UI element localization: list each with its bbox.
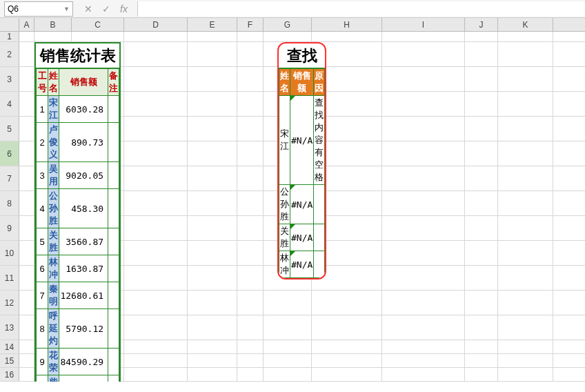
cell[interactable] [382,191,465,215]
table-row[interactable]: 7秦明12680.61 [37,282,119,309]
cell[interactable] [382,32,465,41]
cell[interactable] [188,67,237,91]
select-all-corner[interactable] [0,18,19,31]
cell[interactable] [19,191,34,215]
cell-lookup-reason[interactable] [314,185,325,224]
cell[interactable] [188,216,237,240]
row-header[interactable]: 6 [0,141,19,166]
cell[interactable] [19,241,34,265]
cell-id[interactable]: 10 [37,375,48,382]
cell-sales[interactable]: 84590.29 [59,349,108,375]
cell[interactable] [124,291,188,315]
cell[interactable] [465,241,498,265]
cell[interactable] [382,67,465,91]
cell[interactable] [465,315,498,340]
row-header[interactable]: 11 [0,266,19,290]
cell[interactable] [498,315,553,340]
cancel-icon[interactable]: ✕ [84,3,92,14]
cell[interactable] [19,266,34,290]
cell[interactable] [382,266,465,290]
cell[interactable] [19,32,34,41]
cell-lookup-sales[interactable]: #N/A [290,185,314,224]
cell[interactable] [124,117,188,141]
table-row[interactable]: 2卢俊义890.73 [37,123,119,162]
cell-lookup-name[interactable]: 关胜 [279,224,290,251]
cell-name[interactable]: 公孙胜 [48,189,59,228]
cell[interactable] [498,191,553,215]
cell[interactable] [188,32,237,41]
cell[interactable] [19,141,34,166]
cell[interactable] [237,67,264,91]
fx-icon[interactable]: fx [120,3,128,14]
cell[interactable] [237,191,264,215]
cell[interactable] [465,92,498,116]
cell-lookup-name[interactable]: 宋江 [279,96,290,185]
cell[interactable] [498,368,553,381]
cell-name[interactable]: 关胜 [48,228,59,255]
cell[interactable] [382,42,465,66]
cell-id[interactable]: 4 [37,189,48,228]
cell[interactable] [124,241,188,265]
cell[interactable] [382,354,465,367]
cell-name[interactable]: 花荣 [48,349,59,375]
cell[interactable] [237,32,264,41]
row-header[interactable]: 14 [0,340,19,353]
cell[interactable] [124,340,188,353]
cell[interactable] [237,241,264,265]
cell[interactable] [465,291,498,315]
cell[interactable] [124,266,188,290]
row-header[interactable]: 4 [0,92,19,116]
table-row[interactable]: 6林冲1630.87 [37,255,119,282]
cell-remark[interactable] [108,162,119,189]
cell[interactable] [188,266,237,290]
cell[interactable] [465,354,498,367]
cell[interactable] [264,291,312,315]
cell[interactable] [465,141,498,166]
cell[interactable] [498,141,553,166]
cell[interactable] [312,291,382,315]
cell[interactable] [465,117,498,141]
cell[interactable] [498,241,553,265]
cell-id[interactable]: 6 [37,255,48,282]
cell-sales[interactable]: 6030.28 [59,96,108,123]
formula-input[interactable] [137,1,585,17]
col-header[interactable]: G [264,18,312,31]
cell[interactable] [465,191,498,215]
cell[interactable] [237,354,264,367]
row-header[interactable]: 13 [0,315,19,340]
name-box[interactable]: Q6 ▼ [4,1,73,17]
cell-name[interactable]: 宋江 [48,96,59,123]
cell[interactable] [124,67,188,91]
cell[interactable] [124,216,188,240]
row-header[interactable]: 3 [0,67,19,91]
chevron-down-icon[interactable]: ▼ [63,6,70,12]
cell-remark[interactable] [108,309,119,349]
cell[interactable] [465,340,498,353]
row-header[interactable]: 12 [0,291,19,315]
cell-remark[interactable] [108,228,119,255]
cell[interactable] [498,266,553,290]
row-header[interactable]: 9 [0,216,19,240]
grid-row[interactable]: 1 [0,32,585,42]
cell[interactable] [188,340,237,353]
cell-id[interactable]: 9 [37,349,48,375]
cell[interactable] [188,141,237,166]
cell-sales[interactable]: 12680.61 [59,282,108,309]
cell[interactable] [188,241,237,265]
th-name[interactable]: 姓名 [48,69,59,96]
cell[interactable] [188,315,237,340]
cell[interactable] [237,141,264,166]
cell-lookup-name[interactable]: 林冲 [279,251,290,278]
cell-remark[interactable] [108,255,119,282]
cell[interactable] [264,368,312,381]
cell-remark[interactable] [108,96,119,123]
col-header[interactable]: J [465,18,498,31]
cell[interactable] [124,42,188,66]
row-header[interactable]: 15 [0,354,19,367]
cell-sales[interactable]: 3560.87 [59,228,108,255]
cell[interactable] [498,92,553,116]
cell[interactable] [188,368,237,381]
cell[interactable] [465,32,498,41]
cell[interactable] [124,354,188,367]
cell[interactable] [237,315,264,340]
